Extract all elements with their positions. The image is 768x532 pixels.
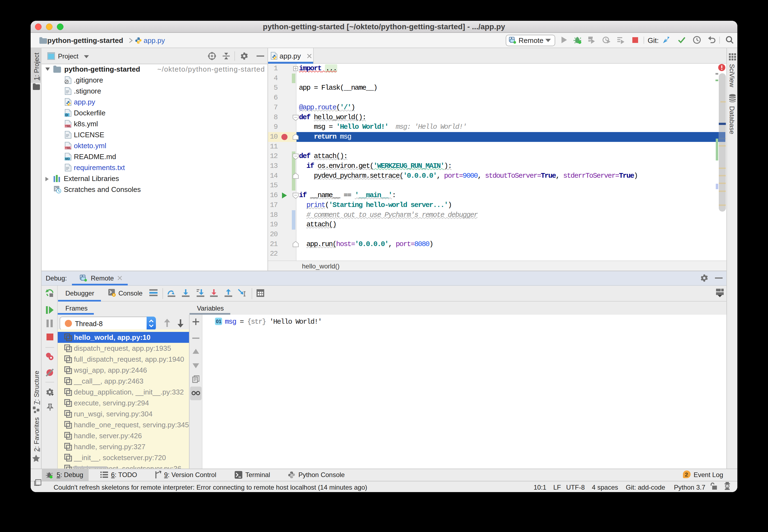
svg-text:MD: MD [65,157,70,160]
svg-text:YML: YML [65,146,71,150]
svg-text:YML: YML [65,124,71,128]
svg-text:D: D [65,113,68,117]
